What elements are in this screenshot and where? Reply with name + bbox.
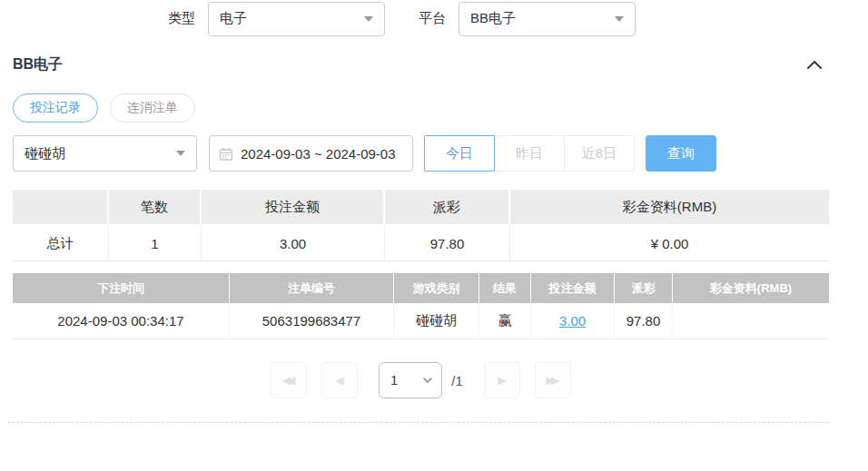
detail-game-type: 碰碰胡 (394, 303, 479, 339)
summary-header-bet-amount: 投注金额 (202, 190, 385, 226)
summary-total-label: 总计 (13, 226, 109, 261)
total-pages-label: /1 (451, 373, 463, 388)
first-page-icon: ◀◀ (282, 375, 291, 386)
chevron-down-icon (176, 151, 185, 156)
detail-payout: 97.80 (615, 303, 673, 339)
summary-total-row: 总计 1 3.00 97.80 ¥ 0.00 (13, 226, 829, 261)
chevron-down-icon (423, 378, 432, 383)
detail-result: 赢 (479, 303, 531, 339)
today-button[interactable]: 今日 (424, 135, 495, 172)
summary-header-bonus: 彩金资料(RMB) (510, 190, 829, 226)
summary-header-count: 笔数 (109, 190, 202, 226)
next-page-icon: ▶ (498, 375, 506, 386)
bet-amount-link[interactable]: 3.00 (559, 313, 586, 329)
platform-label: 平台 (419, 10, 446, 27)
type-select[interactable]: 电子 (208, 2, 385, 36)
filter-row: 碰碰胡 2024-09-03 ~ 2024-09-03 今日 昨日 近8日 查询 (0, 135, 868, 172)
section-header: BB电子 (0, 55, 868, 74)
page-select-value: 1 (390, 373, 398, 388)
chevron-up-icon (807, 61, 822, 69)
collapse-button[interactable] (807, 61, 822, 69)
pagination: ◀◀ ◀ 1 /1 ▶ ▶▶ (0, 362, 842, 398)
next-page-button[interactable]: ▶ (484, 362, 520, 398)
detail-row: 2024-09-03 00:34:17 5063199683477 碰碰胡 赢 … (13, 303, 829, 339)
page-select[interactable]: 1 (379, 362, 442, 398)
summary-total-count: 1 (109, 226, 202, 261)
detail-bet-time: 2024-09-03 00:34:17 (13, 303, 230, 339)
detail-order-no: 5063199683477 (230, 303, 394, 339)
dashed-divider (7, 422, 829, 423)
last-page-button[interactable]: ▶▶ (535, 362, 571, 398)
top-filter-bar: 类型 电子 平台 BB电子 (0, 0, 868, 36)
detail-header-bet-amount: 投注金额 (531, 273, 615, 303)
date-range-value: 2024-09-03 ~ 2024-09-03 (241, 146, 396, 162)
prev-page-icon: ◀ (336, 375, 344, 386)
detail-header-payout: 派彩 (615, 273, 673, 303)
last-page-icon: ▶▶ (547, 375, 556, 386)
summary-total-bonus: ¥ 0.00 (510, 226, 829, 261)
summary-table: 笔数 投注金额 派彩 彩金资料(RMB) 总计 1 3.00 97.80 ¥ 0… (13, 190, 829, 261)
summary-header-empty (13, 190, 109, 226)
detail-header-order-no: 注单编号 (230, 273, 394, 303)
quick-range-group: 今日 昨日 近8日 (424, 135, 635, 172)
detail-header-row: 下注时间 注单编号 游戏类别 结果 投注金额 派彩 彩金资料(RMB) (13, 273, 829, 303)
platform-select[interactable]: BB电子 (459, 2, 636, 36)
detail-bonus (673, 303, 829, 339)
section-title: BB电子 (13, 55, 63, 74)
platform-select-value: BB电子 (470, 10, 516, 27)
type-select-value: 电子 (220, 10, 247, 27)
last-8-days-button[interactable]: 近8日 (564, 135, 635, 172)
first-page-button[interactable]: ◀◀ (271, 362, 307, 398)
summary-total-payout: 97.80 (385, 226, 510, 261)
detail-header-result: 结果 (479, 273, 531, 303)
summary-total-bet-amount: 3.00 (202, 226, 385, 261)
game-type-select-value: 碰碰胡 (25, 145, 65, 162)
type-label: 类型 (168, 10, 195, 27)
game-type-select[interactable]: 碰碰胡 (13, 135, 197, 172)
chevron-down-icon (615, 16, 624, 22)
record-tabs: 投注记录 连消注单 (0, 93, 868, 123)
query-button[interactable]: 查询 (646, 135, 716, 172)
detail-header-bonus: 彩金资料(RMB) (673, 273, 829, 303)
tab-betting-records[interactable]: 投注记录 (13, 93, 98, 123)
date-range-picker[interactable]: 2024-09-03 ~ 2024-09-03 (209, 135, 413, 172)
summary-header-row: 笔数 投注金额 派彩 彩金资料(RMB) (13, 190, 829, 226)
summary-header-payout: 派彩 (385, 190, 510, 226)
detail-table: 下注时间 注单编号 游戏类别 结果 投注金额 派彩 彩金资料(RMB) 2024… (13, 273, 829, 339)
detail-header-bet-time: 下注时间 (13, 273, 230, 303)
prev-page-button[interactable]: ◀ (321, 362, 358, 398)
chevron-down-icon (364, 16, 373, 22)
tab-cancelled-orders[interactable]: 连消注单 (110, 93, 195, 123)
detail-header-game-type: 游戏类别 (394, 273, 479, 303)
calendar-icon (219, 147, 233, 161)
yesterday-button[interactable]: 昨日 (494, 135, 565, 172)
